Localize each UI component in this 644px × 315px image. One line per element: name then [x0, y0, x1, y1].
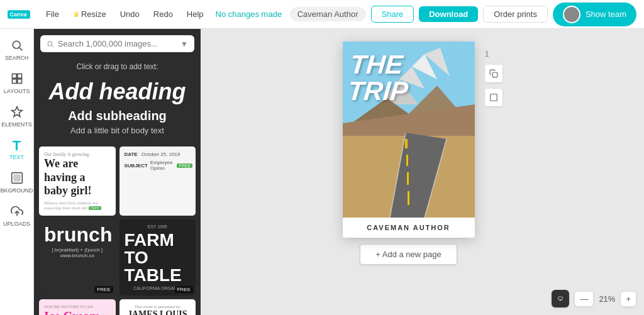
svg-rect-27 — [408, 191, 409, 205]
no-changes-status: No changes made — [216, 9, 282, 19]
view-toggle-button[interactable] — [552, 290, 569, 307]
add-subheading-button[interactable]: Add subheading — [34, 108, 201, 124]
tpl-brunch-free: FREE — [94, 286, 113, 293]
search-icon — [11, 39, 23, 53]
crown-icon: ♛ — [73, 10, 80, 19]
layouts-icon — [11, 72, 23, 87]
author-badge: Caveman Author — [290, 7, 366, 21]
click-drag-hint: Click or drag to add text: — [34, 58, 201, 76]
share-button[interactable]: Share — [371, 6, 414, 23]
text-icon: T — [13, 139, 21, 153]
order-prints-button[interactable]: Order prints — [483, 6, 548, 23]
sidebar-item-uploads[interactable]: UPLOADS — [1, 200, 33, 232]
sidebar-item-elements[interactable]: ELEMENTS — [1, 101, 33, 133]
menu-redo[interactable]: Redo — [149, 7, 177, 21]
tpl-james-small: This event is presented by — [125, 304, 191, 309]
canva-logo[interactable]: Canva — [8, 8, 30, 21]
zoom-level-display: 21% — [599, 294, 615, 304]
monitor-icon — [558, 294, 563, 304]
search-area: ▼ — [34, 29, 201, 58]
menu-undo[interactable]: Undo — [116, 7, 144, 21]
right-controls: 1 — [485, 41, 502, 106]
templates-grid: Our family is growing. We are having a b… — [34, 141, 201, 315]
search-icon-panel — [47, 40, 54, 48]
svg-point-2 — [13, 41, 20, 48]
svg-rect-30 — [492, 72, 497, 77]
svg-rect-24 — [405, 139, 408, 148]
add-body-button[interactable]: Add a little bit of body text — [34, 124, 201, 141]
search-label: SEARCH — [5, 55, 29, 61]
delete-page-button[interactable] — [485, 89, 502, 106]
tpl-date-row: DATE October 25, 2019 — [125, 152, 191, 157]
topbar-right: Caveman Author Share Download Order prin… — [290, 3, 636, 26]
layouts-label: LAYOUTS — [4, 88, 30, 94]
avatar — [563, 6, 580, 23]
zoom-out-button[interactable]: — — [574, 291, 594, 307]
left-panel: ▼ Click or drag to add text: Add heading… — [34, 29, 201, 315]
svg-rect-31 — [490, 94, 497, 101]
menu-resize[interactable]: ♛Resize — [69, 7, 111, 21]
background-icon — [11, 172, 23, 186]
card-title: THE TRIP — [347, 52, 470, 104]
main-layout: SEARCH LAYOUTS ELEMENTS T TEXT — [0, 29, 644, 315]
card-image: THE TRIP — [343, 41, 475, 218]
tpl-brunch-small: [ br(eakfast) + (l)unch ]www.brunch.co — [44, 247, 111, 258]
dropdown-arrow-icon: ▼ — [180, 40, 188, 48]
add-heading-button[interactable]: Add heading — [34, 76, 201, 108]
menu-help[interactable]: Help — [182, 7, 208, 21]
svg-marker-8 — [11, 107, 22, 117]
template-card-brunch[interactable]: brunch [ br(eakfast) + (l)unch ]www.brun… — [39, 219, 116, 296]
svg-rect-7 — [17, 79, 21, 84]
tpl-ice-big: Ice Cream Party — [44, 309, 111, 315]
copy-page-button[interactable] — [485, 65, 502, 82]
tpl-date-label: DATE — [125, 152, 138, 157]
tpl-baby-tiny: Hilliary and Chris Johnson are expecting… — [44, 201, 111, 211]
template-card-date[interactable]: DATE October 25, 2019 SUBJECT Employee O… — [119, 146, 196, 216]
show-team-button[interactable]: Show team — [553, 3, 636, 26]
card-author: CAVEMAN AUTHOR — [343, 218, 475, 238]
tpl-subject-val: Employee Opinio — [150, 160, 173, 171]
text-label: TEXT — [9, 154, 24, 160]
menu-file[interactable]: File — [42, 7, 64, 21]
template-card-james[interactable]: This event is presented by JAMES LOUISK.… — [119, 299, 196, 315]
svg-line-13 — [52, 45, 53, 47]
canvas-area: THE TRIP CAVEMAN AUTHOR + Add a new page… — [201, 29, 644, 315]
sidebar-item-background[interactable]: BKGROUND — [1, 167, 33, 199]
sidebar-item-text[interactable]: T TEXT — [1, 134, 33, 165]
bottom-controls: — 21% + — [552, 290, 636, 307]
tpl-farm-est: EST 1995 — [125, 224, 191, 229]
sidebar-item-search[interactable]: SEARCH — [1, 34, 33, 66]
download-button[interactable]: Download — [419, 6, 478, 22]
add-page-button[interactable]: + Add a new page — [360, 244, 457, 265]
search-box[interactable]: ▼ — [40, 35, 194, 52]
tpl-james-big: JAMES LOUISK. STEVENSON — [125, 309, 191, 315]
tpl-ice-small: YOU'RE INVITED TO AN — [44, 304, 111, 309]
tpl-date-val: October 25, 2019 — [142, 152, 180, 157]
trash-icon — [489, 93, 498, 102]
svg-rect-32 — [558, 297, 563, 300]
svg-line-3 — [19, 48, 22, 51]
svg-rect-10 — [14, 175, 20, 181]
template-card-ice[interactable]: YOU'RE INVITED TO AN Ice Cream Party SEP… — [39, 299, 116, 315]
elements-label: ELEMENTS — [1, 121, 32, 128]
svg-rect-6 — [12, 79, 16, 84]
template-card-farm[interactable]: EST 1995 FARMTO TABLE CALIFORNIA ORGANIC… — [119, 219, 196, 296]
topbar: Canva File ♛Resize Undo Redo Help No cha… — [0, 0, 644, 29]
svg-rect-4 — [12, 74, 16, 79]
tpl-baby-small: Our family is growing. — [44, 152, 111, 157]
elements-icon — [11, 106, 23, 120]
tpl-date-free: FREE — [177, 163, 192, 168]
template-card-baby[interactable]: Our family is growing. We are having a b… — [39, 146, 116, 216]
tpl-subject-row: SUBJECT Employee Opinio FREE — [125, 160, 191, 171]
tpl-subject-label: SUBJECT — [125, 163, 148, 169]
canvas-wrapper: THE TRIP CAVEMAN AUTHOR + Add a new page… — [343, 41, 502, 265]
design-card[interactable]: THE TRIP CAVEMAN AUTHOR — [343, 41, 475, 238]
svg-text:Canva: Canva — [10, 11, 28, 18]
sidebar-item-layouts[interactable]: LAYOUTS — [1, 67, 33, 99]
svg-point-12 — [48, 41, 52, 46]
svg-rect-26 — [407, 172, 409, 185]
svg-rect-5 — [17, 74, 21, 79]
uploads-label: UPLOADS — [3, 221, 30, 227]
zoom-in-button[interactable]: + — [620, 291, 636, 307]
image-search-input[interactable] — [58, 39, 177, 48]
